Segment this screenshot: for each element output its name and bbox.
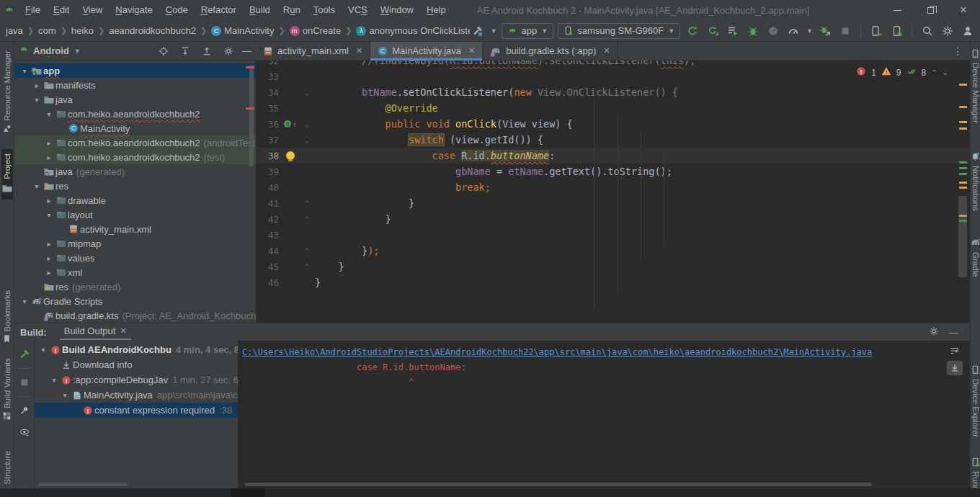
profiler-icon[interactable] [785, 23, 801, 39]
gutter[interactable]: 46 [256, 274, 315, 290]
chevron-open-icon[interactable]: ▾ [43, 110, 55, 118]
gutter[interactable]: 43 [256, 227, 315, 243]
tab-activity-main-xml[interactable]: <>activity_main.xml✕ [256, 42, 370, 60]
expand-all-icon[interactable] [177, 43, 193, 59]
hide-panel-icon[interactable]: — [949, 327, 958, 338]
tree-item-layout[interactable]: ▾layout [14, 207, 256, 222]
chevron-closed-icon[interactable]: ▸ [43, 269, 55, 277]
close-button[interactable]: × [947, 0, 980, 20]
tree-item-build-gradle-kts[interactable]: build.gradle.kts(Project: AE_Android_Koc… [14, 308, 256, 323]
next-problem-icon[interactable]: ⌄ [943, 68, 948, 76]
close-icon[interactable]: ✕ [120, 326, 126, 336]
maximize-button[interactable] [914, 0, 947, 20]
tool-button-resource-manager[interactable]: Resource Manager [2, 46, 12, 139]
chevron-closed-icon[interactable]: ▸ [43, 254, 55, 262]
tree-item-values[interactable]: ▸values [14, 251, 256, 265]
build-tree-hscrollbar[interactable] [38, 483, 128, 486]
tree-item-gradle-scripts[interactable]: ▾Gradle Scripts [14, 294, 256, 308]
tree-item-com-heiko-aeandroidkochbuch2[interactable]: ▸com.heiko.aeandroidkochbuch2(androidTes… [14, 135, 256, 150]
gutter[interactable]: 35 [256, 100, 315, 116]
tool-button-notifications[interactable]: Notifications [971, 148, 980, 215]
code-line-43[interactable]: 43 [256, 227, 970, 243]
gutter[interactable]: 32 [256, 61, 315, 68]
chevron-closed-icon[interactable]: ▸ [43, 240, 55, 248]
menu-run[interactable]: Run [277, 0, 307, 20]
stop-icon[interactable] [837, 23, 853, 39]
debug-icon[interactable] [745, 23, 761, 39]
menu-vcs[interactable]: VCS [342, 0, 374, 20]
scroll-to-end-icon[interactable] [947, 361, 963, 375]
tab-build-gradle-kts-app-[interactable]: build.gradle.kts (:app)✕ [483, 42, 618, 60]
hide-panel-icon[interactable]: — [242, 45, 251, 56]
build-tree-item[interactable]: ▾!:app:compileDebugJav1 min, 27 sec, 60 … [35, 372, 238, 388]
gutter[interactable]: 37⌄ [256, 132, 315, 148]
tool-button-device-explorer[interactable]: Device Explorer [971, 361, 980, 442]
collapse-all-icon[interactable] [199, 43, 215, 59]
pin-icon[interactable] [17, 403, 32, 418]
editor-error-stripe[interactable] [956, 61, 970, 323]
chevron-closed-icon[interactable]: ▸ [31, 81, 43, 89]
breadcrumb-item[interactable]: CMainActivity [210, 25, 275, 36]
menu-help[interactable]: Help [420, 0, 453, 20]
menu-edit[interactable]: Edit [47, 0, 76, 20]
chevron-open-icon[interactable]: ▾ [43, 211, 55, 219]
fold-marker-icon[interactable]: ⌃ [302, 262, 312, 272]
tree-item-java[interactable]: java(generated) [14, 164, 256, 179]
apply-changes-icon[interactable] [685, 23, 700, 39]
code-editor[interactable]: 32 //findViewById(R.id.buttonName).setOn… [256, 61, 970, 323]
chevron-open-icon[interactable]: ▾ [19, 67, 30, 75]
menu-tools[interactable]: Tools [307, 0, 342, 20]
build-icon[interactable] [470, 23, 486, 39]
project-view-selector[interactable]: Android ▼ [19, 45, 156, 57]
inspections-widget[interactable]: ! 1 ! 9 8 ⌃ ⌄ [853, 65, 951, 80]
tool-button-device-manager[interactable]: Device Manager [971, 45, 980, 127]
gutter[interactable]: 34⌄ [256, 84, 315, 100]
attach-debugger-icon[interactable] [817, 23, 833, 39]
gutter[interactable]: 45⌃ [256, 259, 315, 274]
gutter[interactable]: 36o↑⌄ [256, 116, 315, 132]
tab-build-output[interactable]: Build Output ✕ [60, 324, 131, 340]
close-icon[interactable]: ✕ [603, 46, 610, 55]
build-settings-gear-icon[interactable] [929, 326, 939, 339]
run-with-coverage-icon[interactable] [725, 23, 741, 39]
tree-item-res[interactable]: res(generated) [14, 279, 256, 294]
gutter[interactable]: 44⌃ [256, 243, 315, 259]
account-icon[interactable] [960, 23, 976, 39]
code-line-37[interactable]: 37⌄ switch (view.getId()) { [256, 132, 970, 148]
menu-refactor[interactable]: Refactor [195, 0, 243, 20]
build-tree-item[interactable]: ▾!Build AEAndroidKochbu4 min, 4 sec, 848… [35, 342, 238, 357]
chevron-closed-icon[interactable]: ▸ [43, 153, 55, 161]
tool-button-bookmarks[interactable]: Bookmarks [2, 286, 12, 350]
override-marker-icon[interactable]: o [284, 120, 291, 127]
tool-button-gradle[interactable]: Gradle [970, 232, 980, 282]
project-scrollbar[interactable] [249, 65, 254, 167]
breadcrumb-item[interactable]: monCreate [288, 25, 342, 36]
tool-button-project[interactable]: Project [1, 149, 13, 200]
menu-build[interactable]: Build [243, 0, 277, 20]
breadcrumb-item[interactable]: λanonymous OnClickListener [355, 25, 469, 36]
build-console[interactable]: C:\Users\Heiko\AndroidStudioProjects\AEA… [238, 341, 970, 488]
minimize-button[interactable] [881, 0, 914, 20]
menu-code[interactable]: Code [159, 0, 195, 20]
code-line-44[interactable]: 44⌃ }); [256, 243, 970, 259]
prev-problem-icon[interactable]: ⌃ [931, 68, 937, 76]
menu-window[interactable]: Window [374, 0, 420, 20]
gutter[interactable]: 39 [256, 164, 315, 179]
profile-icon[interactable] [765, 23, 781, 39]
code-line-41[interactable]: 41⌃ } [256, 195, 970, 211]
menu-view[interactable]: View [76, 0, 109, 20]
build-tree-item[interactable]: ▾MainActivity.javaapp\src\main\java\c [35, 388, 238, 403]
close-icon[interactable]: ✕ [356, 46, 362, 55]
tree-item-java[interactable]: ▾java [14, 92, 256, 107]
fold-marker-icon[interactable]: ⌄ [302, 135, 312, 145]
tree-item-mainactivity[interactable]: CMainActivity [14, 121, 256, 135]
options-gear-icon[interactable] [220, 43, 236, 59]
chevron-closed-icon[interactable]: ▸ [43, 197, 55, 205]
menu-file[interactable]: File [19, 0, 47, 20]
gutter[interactable]: 41⌃ [256, 195, 315, 211]
code-line-38[interactable]: 38 case R.id.buttonName: [256, 148, 970, 164]
gutter[interactable]: 33 [256, 68, 315, 84]
gutter[interactable]: 40 [256, 179, 315, 195]
apply-code-changes-icon[interactable]: A [705, 23, 721, 39]
rerun-build-hammer-icon[interactable] [17, 346, 32, 362]
